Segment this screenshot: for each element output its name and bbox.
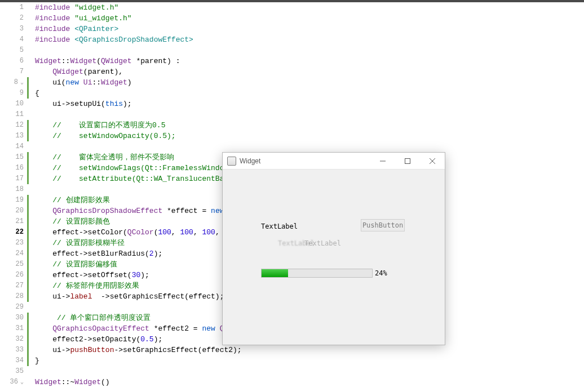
line-number: 29 (0, 302, 27, 313)
app-icon (227, 157, 236, 166)
code-line[interactable]: #include "widget.h" (27, 2, 584, 13)
code-line[interactable] (27, 366, 584, 377)
code-line[interactable]: #include <QPainter> (27, 24, 584, 34)
line-number: 35 (0, 366, 27, 377)
line-number: 30 (0, 313, 27, 323)
line-number: 1 (0, 2, 27, 13)
window-title: Widget (240, 157, 370, 165)
line-number: 36⌄ (0, 377, 27, 387)
line-number: 20 (0, 206, 27, 216)
fold-icon[interactable]: ⌄ (20, 77, 24, 88)
line-number: 8⌄ (0, 77, 27, 88)
code-line[interactable]: Widget::~Widget() (27, 377, 584, 387)
widget-body: TextLabel TextLabel PushButton 24% (223, 170, 445, 345)
line-number: 24 (0, 248, 27, 259)
line-number: 3 (0, 24, 27, 34)
line-number: 9 (0, 88, 27, 99)
line-number: 16 (0, 163, 27, 173)
line-number: 6 (0, 56, 27, 66)
code-line[interactable]: // setWindowOpacity(0.5); (27, 131, 584, 141)
minimize-button[interactable] (370, 153, 395, 170)
line-number: 33 (0, 345, 27, 355)
line-number: 7 (0, 66, 27, 77)
code-line[interactable]: #include "ui_widget.h" (27, 13, 584, 24)
line-number: 26 (0, 270, 27, 280)
progress-bar (261, 269, 373, 278)
line-number: 27 (0, 280, 27, 291)
svg-rect-1 (405, 158, 410, 163)
line-number: 23 (0, 238, 27, 248)
titlebar[interactable]: Widget (223, 153, 445, 170)
line-number: 15 (0, 152, 27, 163)
push-button[interactable]: PushButton (361, 219, 405, 231)
window-buttons (370, 153, 445, 170)
code-line[interactable] (27, 141, 584, 152)
line-number-gutter: 12345678⌄9101112131415161718192021222324… (0, 2, 27, 387)
code-line[interactable]: ui(new Ui::Widget) (27, 77, 584, 88)
code-line[interactable]: // 设置窗口的不透明度为0.5 (27, 120, 584, 131)
text-label-1: TextLabel (261, 222, 298, 230)
code-line[interactable]: #include <QGraphicsDropShadowEffect> (27, 34, 584, 45)
line-number: 12 (0, 120, 27, 131)
code-line[interactable] (27, 109, 584, 120)
code-line[interactable] (27, 45, 584, 56)
line-number: 11 (0, 109, 27, 120)
line-number: 18 (0, 184, 27, 195)
line-number: 10 (0, 99, 27, 109)
code-line[interactable]: QWidget(parent), (27, 66, 584, 77)
line-number: 14 (0, 141, 27, 152)
line-number: 19 (0, 195, 27, 206)
line-number: 34 (0, 355, 27, 366)
widget-window: Widget TextLabel TextLabel PushButton 24… (222, 152, 445, 345)
line-number: 22 (0, 227, 27, 238)
code-line[interactable]: } (27, 355, 584, 366)
progress-text: 24% (375, 269, 387, 277)
text-label-1-shadow: TextLabel (304, 239, 341, 247)
line-number: 21 (0, 216, 27, 227)
line-number: 25 (0, 259, 27, 270)
line-number: 13 (0, 131, 27, 141)
progress-fill (262, 269, 288, 277)
line-number: 5 (0, 45, 27, 56)
code-line[interactable]: ui->pushButton->setGraphicsEffect(effect… (27, 345, 584, 355)
fold-icon[interactable]: ⌄ (20, 377, 24, 387)
line-number: 17 (0, 173, 27, 184)
code-line[interactable]: ui->setupUi(this); (27, 99, 584, 109)
line-number: 32 (0, 334, 27, 345)
line-number: 31 (0, 323, 27, 334)
line-number: 2 (0, 13, 27, 24)
line-number: 28 (0, 291, 27, 302)
line-number: 4 (0, 34, 27, 45)
code-line[interactable]: Widget::Widget(QWidget *parent) : (27, 56, 584, 66)
code-line[interactable]: { (27, 88, 584, 99)
close-button[interactable] (420, 153, 445, 170)
maximize-button[interactable] (395, 153, 420, 170)
